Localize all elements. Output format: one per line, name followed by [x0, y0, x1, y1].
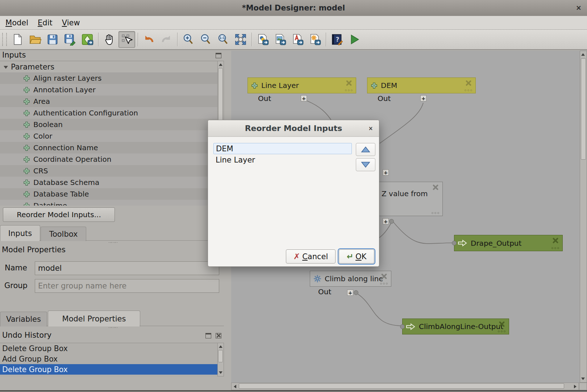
connection-socket[interactable]	[389, 219, 394, 224]
connection-socket[interactable]	[354, 290, 358, 295]
canvas-horizontal-scrollbar[interactable]	[231, 383, 579, 390]
input-socket[interactable]	[400, 324, 405, 329]
undo-history-item[interactable]: Add Group Box	[0, 354, 217, 364]
parameter-item[interactable]: Boolean	[0, 119, 217, 130]
scroll-up-arrow[interactable]	[580, 51, 586, 58]
dialog-close-icon[interactable]: ×	[367, 125, 375, 132]
climb-along-line-node[interactable]: Climb along line	[310, 271, 391, 287]
expand-plus-button[interactable]: +	[383, 169, 389, 176]
down-arrow-icon	[361, 161, 370, 168]
run-model-button[interactable]	[346, 31, 363, 48]
delete-node-icon[interactable]	[552, 237, 558, 244]
scroll-down-arrow[interactable]	[580, 376, 586, 382]
scrollbar-thumb[interactable]	[239, 383, 564, 389]
collapse-caret-icon[interactable]	[4, 66, 8, 69]
undo-history-scrollbar[interactable]	[217, 343, 224, 376]
node-label: Line Layer	[261, 81, 299, 90]
export-image-button[interactable]	[272, 31, 288, 48]
dem-node[interactable]: DEM	[367, 77, 476, 93]
delete-node-icon[interactable]	[499, 321, 505, 327]
expand-plus-button[interactable]: +	[301, 95, 307, 101]
float-panel-icon[interactable]	[205, 333, 211, 338]
reorder-model-inputs-button[interactable]: Reorder Model Inputs...	[3, 207, 115, 222]
drape-output-node[interactable]: Drape_Output	[454, 235, 563, 251]
model-designer-window: *Model Designer: model × ModelEditView 1…	[0, 0, 587, 392]
cancel-button[interactable]: ✗ Cancel	[286, 249, 336, 264]
scrollbar-thumb[interactable]	[581, 58, 586, 160]
float-panel-icon[interactable]	[216, 53, 221, 58]
line-layer-node[interactable]: Line Layer	[247, 77, 356, 93]
export-model-button[interactable]	[79, 31, 96, 48]
move-up-button[interactable]	[356, 143, 375, 156]
delete-node-icon[interactable]	[465, 80, 471, 86]
name-label: Name	[5, 264, 27, 272]
zoom-actual-button[interactable]: 1:1	[215, 31, 232, 48]
pan-tool-button[interactable]	[101, 31, 118, 48]
parameter-item[interactable]: Connection Name	[0, 142, 217, 153]
tab-inputs[interactable]: Inputs	[0, 225, 40, 241]
export-pdf-button[interactable]	[289, 31, 306, 48]
expand-plus-button[interactable]: +	[383, 218, 389, 224]
tab-variables[interactable]: Variables	[0, 312, 47, 326]
toolbar-separator	[251, 33, 252, 46]
new-model-button[interactable]	[9, 31, 26, 48]
model-group-input[interactable]	[35, 279, 219, 293]
parameter-item[interactable]: Color	[0, 130, 217, 142]
menu-view[interactable]: View	[57, 17, 85, 28]
parameter-item[interactable]: Annotation Layer	[0, 84, 217, 96]
open-model-button[interactable]	[27, 31, 43, 48]
climbalongline-output-node[interactable]: ClimbAlongLine-Output	[402, 319, 509, 334]
parameter-item[interactable]: Align raster Layers	[0, 72, 217, 84]
save-model-as-button[interactable]	[62, 31, 78, 48]
splitter-handle[interactable]	[105, 242, 121, 243]
delete-node-icon[interactable]	[432, 184, 438, 190]
delete-node-icon[interactable]	[381, 273, 387, 279]
menu-model[interactable]: Model	[1, 17, 33, 28]
delete-node-icon[interactable]	[346, 80, 352, 86]
scroll-down-arrow[interactable]	[218, 370, 223, 376]
select-tool-button[interactable]	[118, 31, 135, 48]
export-svg-button[interactable]	[307, 31, 323, 48]
move-down-button[interactable]	[356, 158, 375, 171]
dialog-list-item[interactable]: Line Layer	[213, 154, 352, 165]
scroll-left-arrow[interactable]	[232, 383, 238, 389]
parameter-item[interactable]: Authentication Configuration	[0, 107, 217, 119]
parameter-item[interactable]: CRS	[0, 165, 217, 177]
close-panel-icon[interactable]	[216, 333, 221, 338]
undo-history-item[interactable]: Delete Group Box	[0, 343, 217, 354]
toolbar-handle[interactable]	[2, 33, 7, 46]
zoom-full-button[interactable]	[232, 31, 249, 48]
undo-history-item[interactable]: Delete Group Box	[0, 364, 217, 375]
undo-button[interactable]	[141, 31, 157, 48]
zoom-in-button[interactable]	[180, 31, 197, 48]
canvas-vertical-scrollbar[interactable]	[580, 51, 587, 383]
parameter-item[interactable]: Database Schema	[0, 177, 217, 188]
scroll-up-arrow[interactable]	[218, 62, 223, 68]
expand-plus-button[interactable]: +	[347, 290, 353, 296]
input-socket[interactable]	[452, 241, 457, 245]
splitter-handle[interactable]	[105, 327, 121, 328]
zoom-out-button[interactable]	[197, 31, 214, 48]
parameter-item[interactable]: Coordinate Operation	[0, 153, 217, 165]
title-bar[interactable]: *Model Designer: model ×	[0, 0, 587, 16]
dialog-title-bar[interactable]: Reorder Model Inputs ×	[208, 120, 379, 137]
parameter-item[interactable]: Database Table	[0, 188, 217, 200]
scrollbar-thumb[interactable]	[218, 350, 223, 362]
model-name-input[interactable]	[35, 261, 219, 275]
parameters-group[interactable]: Parameters	[0, 61, 217, 72]
scroll-up-arrow[interactable]	[218, 343, 223, 350]
expand-plus-button[interactable]: +	[420, 95, 426, 101]
menu-edit[interactable]: Edit	[33, 17, 57, 28]
parameter-item[interactable]: Area	[0, 96, 217, 107]
save-model-button[interactable]	[44, 31, 61, 48]
dialog-list-item[interactable]: DEM	[213, 143, 352, 154]
window-close-icon[interactable]: ×	[574, 3, 583, 12]
tab-toolbox[interactable]: Toolbox	[41, 227, 86, 241]
parameter-item[interactable]: Datetime	[0, 200, 217, 206]
ok-button[interactable]: ↵ OK	[339, 249, 374, 264]
tab-model-properties[interactable]: Model Properties	[48, 311, 140, 326]
export-python-button[interactable]	[254, 31, 271, 48]
help-button[interactable]: ?	[329, 31, 345, 48]
scroll-right-arrow[interactable]	[572, 383, 578, 389]
svg-text:?: ?	[336, 36, 339, 43]
